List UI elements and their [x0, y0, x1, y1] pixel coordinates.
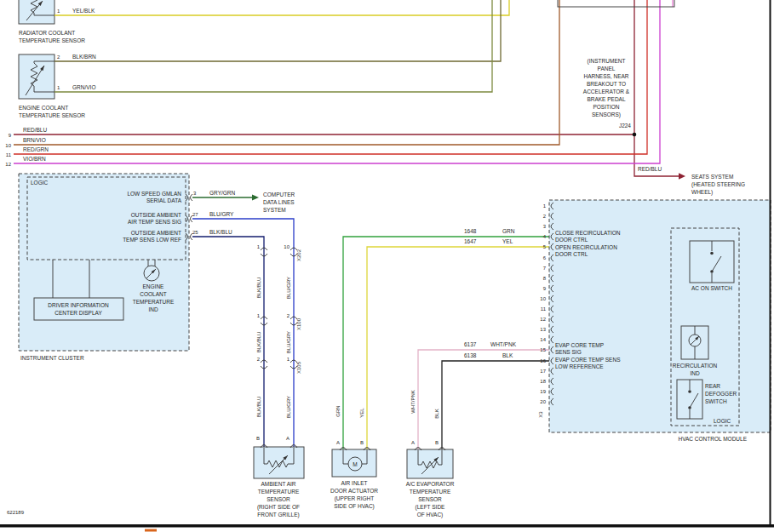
- wire-label: YEL: [359, 408, 364, 418]
- circuit-number: 6138: [464, 352, 477, 358]
- wire-label: WHT/PNK: [490, 341, 517, 347]
- module-title: INSTRUMENT CLUSTER: [20, 355, 84, 361]
- wire-blu-gry: [192, 219, 294, 447]
- sensor-box: [254, 447, 304, 478]
- wire-label: VIO/BRN: [23, 156, 46, 162]
- signal-label: DOOR CTRL: [555, 237, 588, 243]
- switch-label: DEFOGGER: [705, 391, 737, 397]
- signal-label: EVAP CORE TEMP: [555, 342, 604, 348]
- pin-number: 19: [540, 389, 546, 394]
- wire-label: BLK/BLU: [256, 397, 261, 418]
- pin-number: 1: [287, 357, 290, 362]
- pin-number: 7: [543, 266, 547, 271]
- signal-label: EVAP CORE TEMP SENS: [555, 357, 621, 363]
- pin-number: 1: [257, 313, 261, 318]
- wire-label: GRN: [502, 228, 515, 234]
- pin-number: 1: [57, 85, 60, 90]
- pin-letter: A: [336, 440, 340, 445]
- pin-number: 1: [257, 244, 261, 249]
- wire-red-blu: [14, 0, 679, 176]
- note-line: POSITION: [593, 104, 619, 110]
- signal-label: DOOR CTRL: [555, 251, 588, 257]
- pin-number: 8: [543, 276, 547, 281]
- wire-label: RED/BLU: [23, 127, 47, 133]
- scroll-indicator: [145, 529, 157, 532]
- pin-number: 9: [543, 286, 547, 291]
- wire-label: GRN: [335, 405, 341, 416]
- destination-label: DATA LINES: [263, 199, 295, 205]
- pin-number: 2: [257, 357, 261, 362]
- pin-letter: B: [360, 440, 364, 445]
- pin-number: 2: [287, 313, 290, 318]
- wire-label: BLK/BLU: [209, 229, 232, 235]
- wire-wht-pnk-6137: [418, 350, 552, 449]
- signal-label: TEMP SENS LOW REF: [123, 237, 181, 243]
- pin-number: 18: [540, 379, 546, 384]
- pin-number: 15: [540, 347, 546, 352]
- component-label: SENSOR: [267, 496, 290, 502]
- top-connector-box: [558, 0, 674, 7]
- wire-label: BLK: [434, 409, 439, 418]
- signal-label: SENS SIG: [555, 349, 582, 355]
- ac-evaporator-temp-sensor: 6137 WHT/PNK 6138 BLK WHT/PNK BLK A B A/…: [406, 341, 517, 518]
- wire-number: 12: [5, 162, 11, 167]
- pin-number: 1: [57, 9, 60, 14]
- signal-label: OPEN RECIRCULATION: [555, 244, 617, 250]
- page-border-right: [770, 0, 771, 525]
- wire-label: BLK/BLU: [256, 277, 261, 299]
- note-line: PANEL: [598, 66, 616, 72]
- signal-label: OUTSIDE AMBIENT: [131, 230, 181, 236]
- note-line: SENSORS): [592, 112, 621, 118]
- wire-label: YEL: [502, 238, 513, 244]
- destination-label: SEATS SYSTEM: [691, 174, 733, 180]
- signal-label: CLOSE RECIRCULATION: [555, 230, 621, 236]
- j224-note: (INSTRUMENT PANEL HARNESS, NEAR BREAKOUT…: [583, 58, 632, 129]
- wire-red-grn: [14, 0, 647, 154]
- wire-label: BLU/GRY: [286, 277, 291, 299]
- note-line: BRAKE PEDAL: [587, 96, 626, 102]
- pin-letter: B: [435, 440, 439, 445]
- signal-label: LOW REFERENCE: [555, 363, 604, 369]
- component-label: TEMPERATURE SENSOR: [19, 112, 85, 118]
- wire-grn-1648: [343, 237, 552, 449]
- wire-label: BLK/BLU: [256, 332, 261, 353]
- pin-number: 12: [540, 317, 546, 322]
- component-label: RADIATOR COOLANT: [19, 30, 75, 36]
- component-label: ENGINE COOLANT: [19, 105, 68, 111]
- pin-number: 14: [540, 337, 546, 342]
- logic-label: LOGIC: [714, 418, 731, 424]
- indicator-label: RECIRCULATION: [673, 363, 718, 369]
- pin-number: 10: [540, 296, 546, 301]
- vertical-wire-color-labels: BLK/BLU BLU/GRY BLK/BLU BLU/GRY BLK/BLU …: [256, 277, 291, 418]
- connector-break-symbols: [261, 248, 297, 369]
- connector-name: X3: [538, 411, 543, 418]
- wire-label: BLU/GRY: [286, 396, 291, 418]
- wire-label: GRY/GRN: [209, 190, 236, 196]
- switch-label: REAR: [705, 383, 720, 389]
- wire-number: 10: [5, 143, 11, 148]
- wiring-diagram-page: 1 YEL/BLK RADIATOR COOLANT TEMPERATURE S…: [0, 0, 774, 532]
- pin-number: 13: [540, 327, 546, 332]
- indicator-label: IND: [690, 370, 700, 376]
- indicator-label: IND: [148, 306, 158, 312]
- component-label: SENSOR: [418, 496, 442, 502]
- wire-vio-brn: [14, 0, 660, 163]
- wire-label: BLK: [502, 352, 513, 358]
- motor-letter: M: [353, 461, 357, 467]
- component-label: TEMPERATURE: [410, 489, 451, 495]
- signal-label: OUTSIDE AMBIENT: [131, 212, 181, 218]
- circuit-number: 1648: [464, 228, 477, 234]
- wire-yel-blk: [54, 0, 509, 15]
- dic-label: CENTER DISPLAY: [54, 310, 102, 316]
- pin-number: 11: [541, 306, 547, 312]
- destination-label: (HEATED STEERING: [691, 181, 745, 188]
- destination-arrow: [679, 173, 685, 180]
- destination-label: SYSTEM: [263, 207, 286, 213]
- wire-number: 9: [9, 133, 12, 138]
- pin-number: 2: [57, 54, 60, 60]
- sensor-box: [19, 0, 54, 24]
- wire-label: BRN/VIO: [23, 137, 46, 143]
- pin-number: 2: [543, 214, 547, 219]
- module-title: HVAC CONTROL MODULE: [678, 436, 747, 442]
- component-label: TEMPERATURE SENSOR: [19, 37, 85, 43]
